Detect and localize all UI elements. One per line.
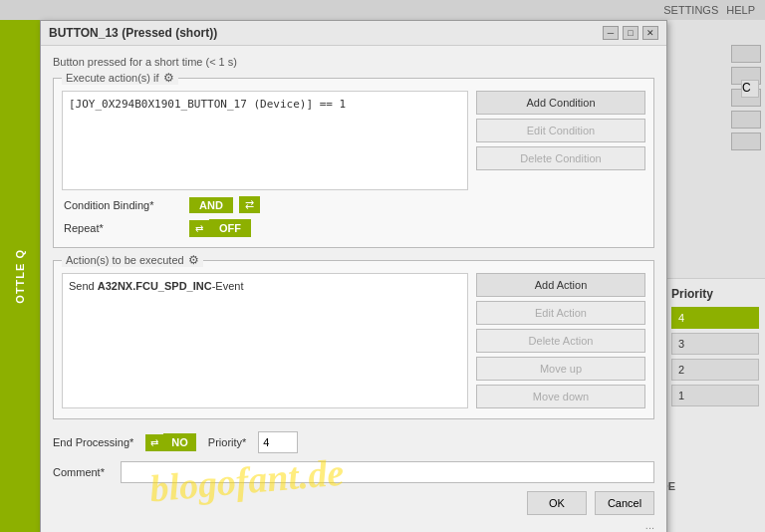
settings-link[interactable]: SETTINGS bbox=[663, 4, 718, 16]
left-panel: OTTLE Q bbox=[0, 20, 40, 532]
priority-item-3[interactable]: 3 bbox=[671, 333, 759, 355]
ok-button[interactable]: OK bbox=[527, 491, 587, 515]
action-legend-icon: ⚙ bbox=[188, 253, 199, 267]
priority-item-1[interactable]: 1 bbox=[671, 385, 759, 406]
delete-condition-button[interactable]: Delete Condition bbox=[476, 146, 645, 170]
repeat-row: Repeat* ⇄ OFF bbox=[62, 219, 645, 237]
action-text-display: Send A32NX.FCU_SPD_INC-Event bbox=[62, 273, 468, 408]
priority-item-2[interactable]: 2 bbox=[671, 359, 759, 381]
close-button[interactable]: ✕ bbox=[642, 26, 658, 40]
maximize-button[interactable]: □ bbox=[623, 26, 638, 40]
condition-legend-icon: ⚙ bbox=[163, 71, 174, 85]
dialog-body: Button pressed for a short time (< 1 s) … bbox=[41, 46, 666, 532]
ok-cancel-row: OK Cancel bbox=[53, 491, 654, 515]
right-buttons bbox=[731, 45, 761, 150]
dialog-controls: ─ □ ✕ bbox=[603, 26, 658, 40]
top-bar: SETTINGS HELP bbox=[0, 0, 765, 20]
priority-panel: Priority 4 3 2 1 bbox=[665, 279, 765, 418]
delete-action-button[interactable]: Delete Action bbox=[476, 329, 645, 353]
condition-legend-text: Execute action(s) if bbox=[66, 72, 159, 84]
dialog: BUTTON_13 (Pressed (short)) ─ □ ✕ Button… bbox=[40, 20, 667, 532]
priority-panel-label: Priority bbox=[671, 287, 759, 301]
condition-buttons: Add Condition Edit Condition Delete Cond… bbox=[476, 91, 645, 190]
minimize-button[interactable]: ─ bbox=[603, 26, 619, 40]
right-btn-1[interactable] bbox=[731, 45, 761, 63]
c-button[interactable]: C bbox=[741, 80, 759, 98]
action-group-legend: Action(s) to be executed ⚙ bbox=[62, 253, 203, 267]
action-group-inner: Send A32NX.FCU_SPD_INC-Event Add Action … bbox=[62, 273, 645, 408]
edit-action-button[interactable]: Edit Action bbox=[476, 301, 645, 325]
left-panel-text: OTTLE Q bbox=[14, 249, 26, 304]
repeat-toggle-group: ⇄ OFF bbox=[189, 219, 251, 237]
condition-binding-label: Condition Binding* bbox=[64, 199, 183, 211]
dialog-titlebar: BUTTON_13 (Pressed (short)) ─ □ ✕ bbox=[41, 21, 666, 46]
right-panel: C Priority 4 3 2 1 DE bbox=[665, 20, 765, 532]
end-proc-arrow-button[interactable]: ⇄ bbox=[145, 434, 163, 451]
action-buttons: Add Action Edit Action Delete Action Mov… bbox=[476, 273, 645, 408]
action-legend-text: Action(s) to be executed bbox=[66, 254, 184, 266]
dialog-title: BUTTON_13 (Pressed (short)) bbox=[49, 26, 217, 40]
move-down-button[interactable]: Move down bbox=[476, 385, 645, 408]
add-action-button[interactable]: Add Action bbox=[476, 273, 645, 297]
action-text-bold: A32NX.FCU_SPD_INC bbox=[98, 280, 212, 292]
condition-binding-arrow[interactable]: ⇄ bbox=[239, 196, 260, 213]
and-button[interactable]: AND bbox=[189, 197, 233, 213]
action-text-suffix: -Event bbox=[212, 280, 244, 292]
right-btn-4[interactable] bbox=[731, 111, 761, 129]
condition-group-legend: Execute action(s) if ⚙ bbox=[62, 71, 178, 85]
action-group: Action(s) to be executed ⚙ Send A32NX.FC… bbox=[53, 260, 654, 419]
repeat-off-button[interactable]: OFF bbox=[209, 219, 251, 237]
dialog-subtitle: Button pressed for a short time (< 1 s) bbox=[53, 56, 654, 68]
comment-label: Comment* bbox=[53, 466, 113, 478]
condition-text-display: [JOY_0X294B0X1901_BUTTON_17 (Device)] ==… bbox=[62, 91, 468, 190]
dots-indicator: ... bbox=[53, 519, 654, 531]
condition-group-inner: [JOY_0X294B0X1901_BUTTON_17 (Device)] ==… bbox=[62, 91, 645, 190]
comment-input[interactable] bbox=[121, 461, 654, 483]
condition-binding-row: Condition Binding* AND ⇄ bbox=[62, 196, 645, 213]
condition-group: Execute action(s) if ⚙ [JOY_0X294B0X1901… bbox=[53, 78, 654, 248]
bottom-row: End Processing* ⇄ NO Priority* bbox=[53, 431, 654, 453]
move-up-button[interactable]: Move up bbox=[476, 357, 645, 381]
help-link[interactable]: HELP bbox=[726, 4, 755, 16]
cancel-button[interactable]: Cancel bbox=[595, 491, 654, 515]
add-condition-button[interactable]: Add Condition bbox=[476, 91, 645, 115]
repeat-label: Repeat* bbox=[64, 222, 183, 234]
right-btn-5[interactable] bbox=[731, 133, 761, 150]
comment-row: Comment* bbox=[53, 461, 654, 483]
no-btn-group: ⇄ NO bbox=[145, 433, 196, 451]
right-panel-top: C bbox=[665, 20, 765, 279]
priority-input-label: Priority* bbox=[208, 436, 247, 448]
end-processing-label: End Processing* bbox=[53, 436, 133, 448]
action-text-prefix: Send bbox=[69, 280, 98, 292]
condition-text: [JOY_0X294B0X1901_BUTTON_17 (Device)] ==… bbox=[69, 98, 346, 111]
priority-item-4[interactable]: 4 bbox=[671, 307, 759, 329]
end-proc-no-button[interactable]: NO bbox=[163, 433, 196, 451]
priority-input[interactable] bbox=[258, 431, 298, 453]
edit-condition-button[interactable]: Edit Condition bbox=[476, 119, 645, 142]
repeat-arrow-button[interactable]: ⇄ bbox=[189, 220, 209, 237]
